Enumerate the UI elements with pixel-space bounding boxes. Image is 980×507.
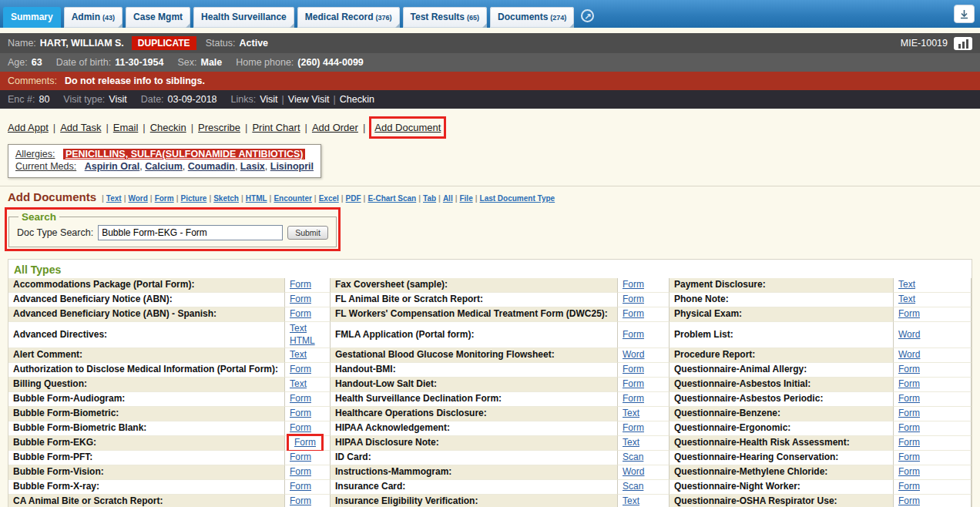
type-link-file[interactable]: File: [459, 194, 472, 203]
doc-link-insurance-eligibility-verification-text[interactable]: Text: [623, 495, 639, 507]
doc-link-bubble-form-x-ray-form[interactable]: Form: [290, 481, 311, 493]
doc-link-hipaa-acknowledgement-form[interactable]: Form: [623, 422, 644, 435]
doc-link-questionnaire-hearing-conservation-form[interactable]: Form: [898, 452, 920, 464]
action-add-document[interactable]: Add Document: [374, 122, 441, 133]
doc-link-gestational-blood-glucose-monitoring-flowsheet-word[interactable]: Word: [623, 349, 644, 361]
action-print-chart[interactable]: Print Chart: [252, 122, 300, 133]
type-link-word[interactable]: Word: [128, 194, 147, 203]
doc-link-bubble-form-ekg-form[interactable]: Form: [294, 437, 316, 448]
doc-type-label: Accommodations Package (Portal Form):: [8, 278, 284, 293]
doc-link-problem-list-word[interactable]: Word: [898, 329, 920, 341]
doc-link-accommodations-package-portal-form-form[interactable]: Form: [290, 279, 311, 291]
doc-link-handout-low-salt-diet-form[interactable]: Form: [623, 378, 644, 391]
doc-type-link-cell: Text: [284, 348, 331, 363]
doc-link-questionnaire-night-worker-form[interactable]: Form: [898, 481, 920, 493]
separator: ,: [235, 161, 240, 172]
tab-documents[interactable]: Documents(274): [490, 7, 574, 28]
type-link-excel[interactable]: Excel: [319, 194, 339, 203]
doc-type-label: Advanced Directives:: [8, 322, 284, 348]
popout-icon[interactable]: ↗: [581, 9, 594, 22]
doc-link-procedure-report-word[interactable]: Word: [898, 349, 920, 361]
doc-link-questionnaire-methylene-chloride-form[interactable]: Form: [898, 466, 920, 478]
type-link-e-chart-scan[interactable]: E-Chart Scan: [368, 194, 416, 203]
tab-admin[interactable]: Admin(43): [64, 7, 123, 28]
type-link-form[interactable]: Form: [155, 194, 174, 203]
doc-link-id-card-scan[interactable]: Scan: [623, 452, 643, 464]
enc-link-view-visit[interactable]: View Visit: [288, 94, 330, 105]
type-link-pdf[interactable]: PDF: [346, 194, 361, 203]
doc-link-ca-animal-bite-or-scratch-report-form[interactable]: Form: [290, 495, 311, 507]
type-link-sketch[interactable]: Sketch: [213, 194, 239, 203]
doc-link-questionnaire-animal-allergy-form[interactable]: Form: [898, 364, 920, 376]
type-link-all[interactable]: All: [443, 194, 453, 203]
doc-link-questionnaire-health-risk-assessment-form[interactable]: Form: [898, 437, 920, 449]
med-link-coumadin[interactable]: Coumadin: [188, 161, 235, 172]
doc-link-bubble-form-biometric-form[interactable]: Form: [290, 408, 311, 420]
submit-button[interactable]: Submit: [287, 226, 328, 240]
tab-medical-record[interactable]: Medical Record(376): [297, 7, 400, 28]
tab-summary[interactable]: Summary: [3, 7, 61, 28]
collapse-header-button[interactable]: [954, 5, 975, 23]
action-checkin[interactable]: Checkin: [150, 122, 186, 133]
doc-link-questionnaire-asbestos-periodic-form[interactable]: Form: [898, 393, 920, 405]
doc-link-healthcare-operations-disclosure-text[interactable]: Text: [623, 408, 639, 420]
doc-type-link-cell: Form: [893, 378, 972, 392]
action-add-appt[interactable]: Add Appt: [8, 122, 49, 133]
action-prescribe[interactable]: Prescribe: [198, 122, 240, 133]
doc-link-insurance-card-scan[interactable]: Scan: [623, 481, 643, 493]
enc-link-visit[interactable]: Visit: [260, 94, 277, 105]
tab-test-results[interactable]: Test Results(65): [403, 7, 487, 28]
doc-link-bubble-form-pft-form[interactable]: Form: [290, 452, 311, 464]
doc-link-authorization-to-disclose-medical-information-portal-form-form[interactable]: Form: [290, 364, 311, 376]
enc-link-checkin[interactable]: Checkin: [340, 94, 374, 105]
doc-link-fl-animal-bite-or-scratch-report-form[interactable]: Form: [623, 294, 644, 306]
doc-link-questionnaire-benzene-form[interactable]: Form: [898, 408, 920, 420]
type-link-last-document-type[interactable]: Last Document Type: [480, 194, 555, 203]
doc-link-billing-question-text[interactable]: Text: [290, 378, 307, 391]
doc-link-bubble-form-vision-form[interactable]: Form: [290, 466, 311, 478]
type-link-tab[interactable]: Tab: [423, 194, 436, 203]
doc-link-physical-exam-form[interactable]: Form: [898, 308, 920, 321]
allergy-value-link[interactable]: PENICILLINS, SULFA(SULFONAMIDE ANTIBIOTI…: [63, 149, 306, 159]
med-link-aspirin-oral[interactable]: Aspirin Oral: [85, 161, 140, 172]
allergies-link[interactable]: Allergies:: [15, 149, 55, 159]
doc-link-health-surveillance-declination-form-form[interactable]: Form: [623, 393, 644, 405]
doc-link-instructions-mammogram-word[interactable]: Word: [623, 466, 644, 478]
doc-link-questionnaire-ergonomic-form[interactable]: Form: [898, 422, 920, 435]
doc-type-label: Bubble Form-Vision:: [8, 465, 284, 480]
doc-link-phone-note-text[interactable]: Text: [898, 294, 915, 306]
doc-link-advanced-beneficiary-notice-abn-spanish-form[interactable]: Form: [290, 308, 311, 321]
doc-link-fl-workers-compensation-medical-treatment-form-dwc25-form[interactable]: Form: [623, 308, 644, 321]
action-email[interactable]: Email: [113, 122, 139, 133]
current-meds-link[interactable]: Current Meds:: [15, 161, 76, 172]
doc-link-advanced-directives-html[interactable]: HTML: [290, 335, 315, 348]
doc-link-bubble-form-biometric-blank-form[interactable]: Form: [290, 422, 311, 435]
med-link-lasix[interactable]: Lasix: [240, 161, 265, 172]
doc-type-label: Physical Exam:: [670, 307, 893, 322]
separator: |: [53, 122, 55, 133]
tab-health-surveillance[interactable]: Health Surveillance: [193, 7, 294, 28]
type-link-picture[interactable]: Picture: [180, 194, 206, 203]
med-link-calcium[interactable]: Calcium: [145, 161, 183, 172]
doc-link-questionnaire-asbestos-initial-form[interactable]: Form: [898, 378, 920, 391]
action-add-order[interactable]: Add Order: [312, 122, 358, 133]
doc-link-fax-coversheet-sample-form[interactable]: Form: [623, 279, 644, 291]
doc-link-advanced-directives-text[interactable]: Text: [290, 323, 307, 335]
med-link-lisinopril[interactable]: Lisinopril: [270, 161, 314, 172]
tab-case-mgmt[interactable]: Case Mgmt: [126, 7, 190, 28]
doc-link-bubble-form-audiogram-form[interactable]: Form: [290, 393, 311, 405]
doc-link-alert-comment-text[interactable]: Text: [290, 349, 307, 361]
doc-link-payment-disclosure-text[interactable]: Text: [898, 279, 915, 291]
type-link-encounter[interactable]: Encounter: [274, 194, 311, 203]
doc-link-hipaa-disclosure-note-text[interactable]: Text: [623, 437, 639, 449]
action-add-task[interactable]: Add Task: [60, 122, 101, 133]
doc-link-handout-bmi-form[interactable]: Form: [623, 364, 644, 376]
doc-type-label: Handout-BMI:: [331, 363, 617, 378]
doc-link-questionnaire-osha-respirator-use-form[interactable]: Form: [898, 495, 920, 507]
type-link-text[interactable]: Text: [106, 194, 122, 203]
doc-link-advanced-beneficiary-notice-abn-form[interactable]: Form: [290, 294, 311, 306]
doc-link-fmla-application-portal-form-form[interactable]: Form: [623, 329, 644, 341]
type-link-html[interactable]: HTML: [246, 194, 267, 203]
chart-icon[interactable]: [954, 37, 972, 50]
doc-type-search-input[interactable]: [98, 225, 283, 240]
